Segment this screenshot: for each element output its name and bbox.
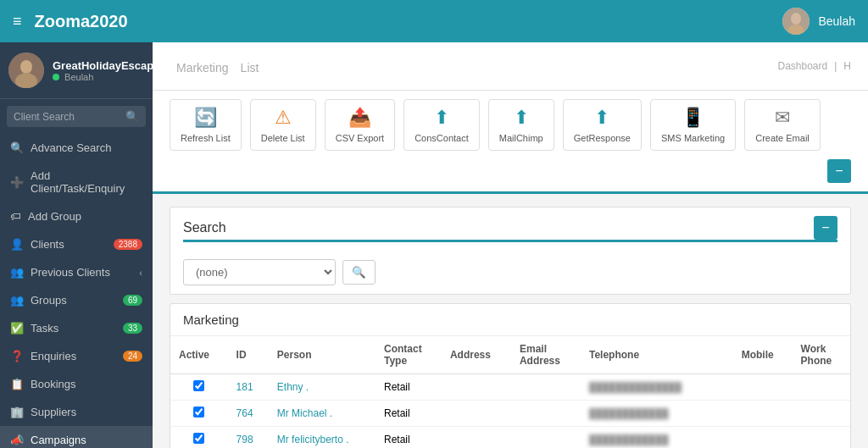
sidebar-item-previous-clients[interactable]: 👥 Previous Clients ‹	[0, 258, 153, 286]
csv-export-button[interactable]: 📤 CSV Export	[325, 99, 395, 151]
svg-point-4	[20, 60, 32, 74]
sidebar-item-label: Suppliers	[31, 406, 76, 418]
search-execute-button[interactable]: 🔍	[342, 260, 376, 285]
person-link[interactable]: Mr felicityberto .	[277, 434, 349, 445]
col-active: Active	[170, 336, 228, 374]
sidebar: GreatHolidayEscape Beulah 🔍 🔍 Advance Se…	[0, 42, 153, 448]
tasks-badge: 33	[123, 323, 142, 334]
work-phone-cell	[793, 401, 850, 427]
work-phone-cell	[793, 374, 850, 401]
active-checkbox[interactable]	[193, 407, 204, 418]
enquiries-icon: ❓	[10, 350, 24, 362]
address-cell	[442, 401, 511, 427]
extra-cell	[713, 401, 733, 427]
sidebar-item-suppliers[interactable]: 🏢 Suppliers	[0, 398, 153, 426]
sidebar-item-label: Tasks	[31, 322, 58, 335]
sidebar-item-groups[interactable]: 👥 Groups 69	[0, 286, 153, 314]
id-cell: 798	[228, 427, 269, 449]
create-email-icon: ✉	[775, 107, 790, 129]
groups-badge: 69	[123, 295, 142, 306]
page-subtitle: List	[241, 61, 259, 75]
contact-type-cell: Retail	[376, 427, 442, 449]
sidebar-item-add-client[interactable]: ➕ Add Client/Task/Enquiry	[0, 162, 153, 202]
table-row: 798 Mr felicityberto . Retail ██████████…	[170, 427, 850, 449]
sidebar-item-label: Enquiries	[31, 350, 76, 362]
search-dropdown[interactable]: (none) Name Email Telephone	[183, 259, 336, 285]
client-search-input[interactable]	[14, 111, 125, 123]
email-cell	[511, 374, 581, 401]
mobile-cell	[733, 374, 793, 401]
online-indicator	[53, 74, 59, 80]
mailchimp-icon: ⬆	[514, 107, 529, 129]
sidebar-item-clients[interactable]: 👤 Clients 2388	[0, 230, 153, 258]
mailchimp-button[interactable]: ⬆ MailChimp	[488, 99, 554, 151]
refresh-list-button[interactable]: 🔄 Refresh List	[170, 99, 242, 151]
address-cell	[442, 374, 511, 401]
bookings-icon: 📋	[10, 378, 24, 390]
chevron-icon: ‹	[139, 268, 142, 278]
sidebar-item-bookings[interactable]: 📋 Bookings	[0, 370, 153, 398]
search-section-title: Search	[183, 220, 226, 235]
email-cell	[511, 427, 581, 449]
hamburger-icon[interactable]: ≡	[13, 13, 22, 30]
main-content: Marketing List Dashboard | H 🔄 Refresh L…	[153, 42, 868, 448]
sidebar-item-advance-search[interactable]: 🔍 Advance Search	[0, 134, 153, 162]
id-link[interactable]: 181	[236, 381, 253, 393]
delete-list-label: Delete List	[261, 133, 305, 143]
sms-marketing-button[interactable]: 📱 SMS Marketing	[650, 99, 736, 151]
col-telephone: Telephone	[581, 336, 713, 374]
contact-type-cell: Retail	[376, 374, 442, 401]
active-checkbox[interactable]	[193, 433, 204, 444]
active-cell[interactable]	[170, 374, 228, 401]
suppliers-icon: 🏢	[10, 406, 24, 418]
email-cell	[511, 401, 581, 427]
search-collapse-button[interactable]: −	[814, 216, 837, 240]
cons-contact-button[interactable]: ⬆ ConsContact	[403, 99, 480, 151]
previous-clients-icon: 👥	[10, 266, 24, 279]
sidebar-item-label: Groups	[31, 294, 67, 307]
breadcrumb-h[interactable]: H	[843, 60, 851, 72]
active-checkbox[interactable]	[193, 380, 204, 391]
refresh-list-label: Refresh List	[181, 133, 231, 143]
create-email-button[interactable]: ✉ Create Email	[744, 99, 821, 151]
person-link[interactable]: Ethny .	[277, 381, 309, 393]
toolbar-collapse-button[interactable]: −	[827, 159, 851, 183]
id-cell: 764	[228, 401, 269, 427]
csv-icon: 📤	[348, 107, 371, 129]
marketing-table-section: Marketing Active ID Person ContactType A…	[170, 303, 851, 448]
search-row: (none) Name Email Telephone 🔍	[183, 259, 837, 285]
sidebar-item-add-group[interactable]: 🏷 Add Group	[0, 202, 153, 230]
sidebar-item-tasks[interactable]: ✅ Tasks 33	[0, 314, 153, 342]
address-cell	[442, 427, 511, 449]
top-nav: ≡ Zooma2020 Beulah	[0, 0, 868, 42]
id-link[interactable]: 764	[236, 407, 253, 419]
active-cell[interactable]	[170, 427, 228, 449]
sidebar-item-campaigns[interactable]: 📣 Campaigns	[0, 426, 153, 448]
cons-contact-label: ConsContact	[415, 133, 469, 143]
person-cell: Ethny .	[269, 374, 376, 401]
breadcrumb-dashboard[interactable]: Dashboard	[777, 60, 827, 72]
cons-icon: ⬆	[434, 107, 449, 129]
search-icon[interactable]: 🔍	[125, 110, 139, 123]
brand-name: Zooma2020	[35, 12, 128, 31]
page-title: Marketing List	[170, 55, 259, 76]
add-client-icon: ➕	[10, 176, 24, 189]
table-header-row: Active ID Person ContactType Address Ema…	[170, 336, 850, 374]
person-link[interactable]: Mr Michael .	[277, 407, 332, 419]
sidebar-item-enquiries[interactable]: ❓ Enquiries 24	[0, 342, 153, 370]
clients-icon: 👤	[10, 238, 24, 251]
clients-badge: 2388	[114, 239, 142, 250]
sms-icon: 📱	[682, 107, 704, 129]
telephone-cell: ████████████	[581, 427, 713, 449]
client-search-container[interactable]: 🔍	[7, 106, 146, 127]
search-section-header: Search −	[183, 216, 837, 242]
sidebar-item-label: Add Group	[28, 210, 81, 223]
advance-search-icon: 🔍	[10, 141, 24, 154]
active-cell[interactable]	[170, 401, 228, 427]
delete-list-button[interactable]: ⚠ Delete List	[250, 99, 316, 151]
person-cell: Mr Michael .	[269, 401, 376, 427]
getresponse-button[interactable]: ⬆ GetResponse	[563, 99, 642, 151]
sms-marketing-label: SMS Marketing	[661, 133, 725, 143]
col-contact-type: ContactType	[376, 336, 442, 374]
id-link[interactable]: 798	[236, 434, 253, 445]
